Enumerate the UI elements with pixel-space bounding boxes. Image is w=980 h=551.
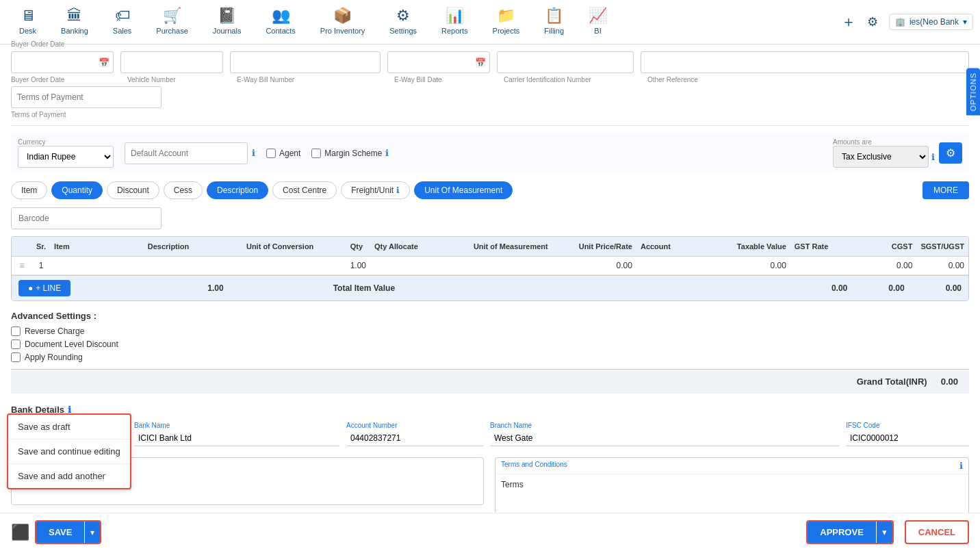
cell-item[interactable] <box>50 257 144 275</box>
labels-row-1: Buyer Order Date Vehicle Number E-Way Bi… <box>11 76 969 84</box>
total-item-value-label: Total Item Value <box>333 283 395 293</box>
bank-name-field: Bank Name <box>134 422 339 446</box>
more-button[interactable]: MORE <box>923 181 969 199</box>
tab-cess[interactable]: Cess <box>164 181 203 199</box>
agent-checkbox[interactable] <box>266 149 276 158</box>
col-description: Description <box>144 237 242 257</box>
default-account-input[interactable] <box>125 142 248 164</box>
cell-gst-rate[interactable] <box>790 257 888 275</box>
plus-icon: ● <box>28 283 33 293</box>
nav-item-pro-inventory[interactable]: 📦 Pro Inventory <box>308 0 377 44</box>
col-unit-conversion: Unit of Conversion <box>242 237 346 257</box>
terms-info-icon[interactable]: ℹ <box>959 461 963 471</box>
vehicle-number-input[interactable] <box>120 51 223 73</box>
account-number-field: Account Number <box>346 422 483 446</box>
margin-scheme-checkbox[interactable] <box>311 149 321 158</box>
nav-item-projects[interactable]: 📁 Projects <box>480 0 532 44</box>
add-button[interactable]: ＋ <box>841 12 856 32</box>
save-as-draft-option[interactable]: Save as draft <box>8 415 130 439</box>
tab-freight-unit[interactable]: Freight/Unit ℹ <box>341 181 410 199</box>
nav-label-projects: Projects <box>493 27 520 35</box>
grand-total-section: Grand Total(INR) 0.00 <box>11 369 969 394</box>
nav-item-bi[interactable]: 📈 BI <box>576 0 619 44</box>
reverse-charge-label: Reverse Charge <box>25 326 84 336</box>
tab-unit-of-measurement[interactable]: Unit Of Measurement <box>414 181 513 199</box>
amounts-are-select[interactable]: Tax Exclusive Tax Inclusive No Tax <box>833 146 929 168</box>
drag-handle[interactable]: ≡ <box>12 257 32 275</box>
nav-item-sales[interactable]: 🏷 Sales <box>101 0 144 44</box>
vehicle-number-field <box>120 51 223 73</box>
nav-item-desk[interactable]: 🖥 Desk <box>7 0 49 44</box>
approve-chevron-down-icon: ▾ <box>882 527 887 537</box>
approve-dropdown-button[interactable]: ▾ <box>876 522 892 543</box>
nav-item-filling[interactable]: 📋 Filling <box>532 0 576 44</box>
gear-settings-button[interactable]: ⚙ <box>939 142 962 164</box>
col-sgst: SGST/UGST <box>916 237 968 257</box>
amounts-info-icon[interactable]: ℹ <box>931 152 935 162</box>
user-menu[interactable]: 🏢 ies(Neo Bank ▾ <box>889 14 973 30</box>
save-add-another-option[interactable]: Save and add another <box>8 464 130 488</box>
tab-discount[interactable]: Discount <box>107 181 159 199</box>
calendar-icon-2: 📅 <box>475 57 486 68</box>
branch-name-input[interactable] <box>490 431 839 446</box>
nav-label-purchase: Purchase <box>156 27 188 35</box>
cancel-button[interactable]: CANCEL <box>905 520 969 544</box>
carrier-id-label: Carrier Identification Number <box>504 76 641 84</box>
terms-of-payment-input[interactable] <box>11 86 162 108</box>
save-button-group: SAVE ▾ <box>35 520 101 544</box>
col-sr: Sr. <box>32 237 50 257</box>
bank-name-input[interactable] <box>134 431 339 446</box>
terms-content: Terms <box>495 474 968 515</box>
currency-select[interactable]: Indian Rupee USD EUR <box>18 146 114 168</box>
terms-of-payment-label: Terms of Payment <box>11 111 969 118</box>
contacts-icon: 👥 <box>272 7 290 25</box>
reverse-charge-checkbox[interactable] <box>11 326 21 336</box>
bank-row: Select Bank ICICI Bank Ltd ▾ Bank Name A… <box>11 420 969 446</box>
save-dropdown-button[interactable]: ▾ <box>84 522 100 543</box>
apply-rounding-checkbox[interactable] <box>11 353 21 362</box>
cell-unit-measurement[interactable] <box>469 257 575 275</box>
ifsc-label: IFSC Code <box>846 422 969 429</box>
col-taxable-value: Taxable Value <box>733 237 790 257</box>
form-row-1: 📅 Buyer Order Date 📅 <box>11 51 969 73</box>
filter-tabs: Item Quantity Discount Cess Description … <box>11 181 969 199</box>
margin-scheme-label: Margin Scheme <box>324 149 382 158</box>
freight-info-icon: ℹ <box>396 185 400 195</box>
options-tab[interactable]: OPTIONS <box>966 68 980 116</box>
nav-item-banking[interactable]: 🏛 Banking <box>49 0 101 44</box>
margin-scheme-info-icon[interactable]: ℹ <box>385 148 389 158</box>
carrier-id-input[interactable] <box>497 51 634 73</box>
nav-gear-icon[interactable]: ⚙ <box>867 14 878 29</box>
approve-button[interactable]: APPROVE <box>808 522 876 543</box>
nav-item-reports[interactable]: 📊 Reports <box>429 0 480 44</box>
nav-item-purchase[interactable]: 🛒 Purchase <box>144 0 200 44</box>
doc-level-discount-checkbox[interactable] <box>11 339 21 349</box>
cell-description[interactable] <box>144 257 242 275</box>
eway-bill-number-input[interactable] <box>230 51 381 73</box>
grand-total-value: 0.00 <box>941 376 958 387</box>
cell-account[interactable] <box>636 257 733 275</box>
tab-quantity[interactable]: Quantity <box>51 181 103 199</box>
account-number-input[interactable] <box>346 431 483 446</box>
doc-level-discount-label: Document Level Discount <box>25 339 118 349</box>
other-reference-input[interactable] <box>641 51 969 73</box>
nav-item-journals[interactable]: 📓 Journals <box>201 0 254 44</box>
tab-description[interactable]: Description <box>207 181 268 199</box>
tab-item[interactable]: Item <box>11 181 47 199</box>
default-account-info-icon[interactable]: ℹ <box>252 148 255 158</box>
buyer-order-date-label: Buyer Order Date <box>11 76 120 84</box>
cell-unit-conversion[interactable] <box>242 257 346 275</box>
save-button[interactable]: SAVE <box>36 522 84 543</box>
add-line-button[interactable]: ● + LINE <box>18 280 70 296</box>
cell-qty-allocate[interactable] <box>370 257 469 275</box>
nav-item-settings[interactable]: ⚙ Settings <box>377 0 429 44</box>
tab-cost-centre[interactable]: Cost Centre <box>272 181 337 199</box>
nav-label-filling: Filling <box>544 27 564 35</box>
save-continue-editing-option[interactable]: Save and continue editing <box>8 439 130 464</box>
col-qty-allocate: Qty Allocate <box>370 237 469 257</box>
user-avatar-icon: 🏢 <box>895 17 905 27</box>
items-table-wrap: Sr. Item Description Unit of Conversion … <box>11 236 969 301</box>
barcode-input[interactable] <box>11 207 162 229</box>
ifsc-input[interactable] <box>846 431 969 446</box>
nav-item-contacts[interactable]: 👥 Contacts <box>253 0 307 44</box>
